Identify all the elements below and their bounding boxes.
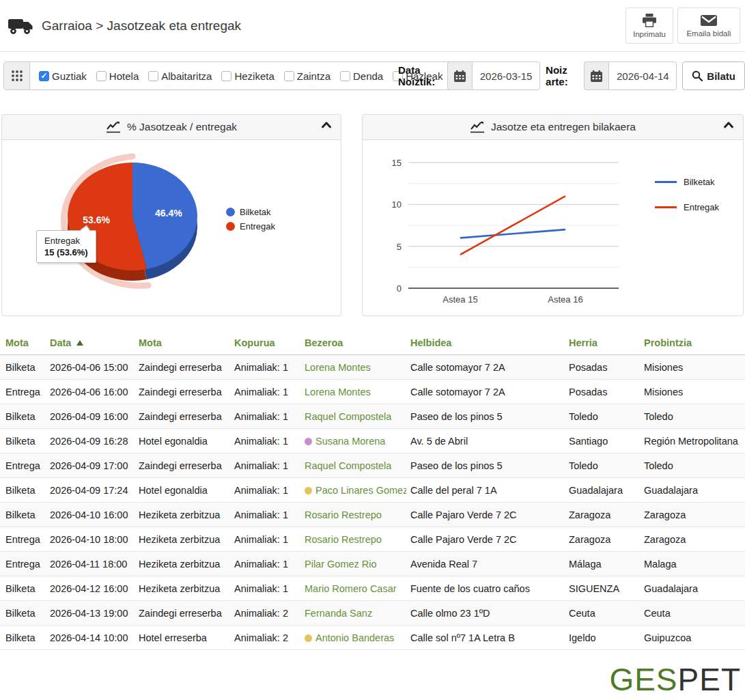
line-panel: Jasotze eta entregen bilakaera 051015Ast… (362, 114, 744, 316)
cell: Paseo de los pinos 5 (406, 404, 565, 429)
customer-status-dot (305, 438, 312, 445)
filter-checkbox-denda[interactable]: Denda (340, 70, 383, 82)
print-button[interactable]: Inprimatu (625, 8, 673, 44)
customer-link[interactable]: Lorena Montes (305, 387, 371, 397)
line-chart[interactable]: 051015Astea 15Astea 16 (363, 140, 743, 316)
cell: Toledo (565, 404, 640, 429)
cell: Animaliak: 1 (230, 527, 300, 552)
results-table-wrap: MotaDataMotaKopuruaBezeroaHelbideaHerria… (0, 333, 745, 650)
checkbox-unchecked-icon[interactable] (148, 71, 158, 81)
date-to-input[interactable] (608, 61, 677, 90)
table-row[interactable]: Entrega2026-04-09 17:00Zaindegi erreserb… (0, 453, 745, 478)
cell: Animaliak: 1 (230, 380, 300, 404)
checkbox-unchecked-icon[interactable] (340, 71, 350, 81)
cell: Bilketa (0, 355, 46, 380)
table-row[interactable]: Bilketa2026-04-06 15:00Zaindegi erreserb… (0, 355, 745, 380)
customer-cell: Paco Linares Gomez (300, 478, 406, 503)
legend-swatch (226, 222, 235, 231)
date-from-calendar-button[interactable] (447, 61, 472, 90)
cell: Hotel egonaldia (135, 478, 230, 503)
cell: Entrega (0, 552, 46, 576)
cell: Calle del peral 7 1A (406, 478, 565, 503)
customer-link[interactable]: Raquel Compostela (305, 411, 391, 422)
cell: Zaragoza (640, 503, 745, 527)
customer-link[interactable]: Rosario Restrepo (305, 509, 382, 520)
cell: Málaga (565, 552, 640, 576)
sort-asc-icon (76, 340, 83, 346)
cell: Calle Pajaro Verde 7 2C (406, 503, 565, 527)
grid-icon (11, 70, 23, 82)
cell: Heziketa zerbitzua (135, 552, 230, 576)
print-button-label: Inprimatu (633, 30, 666, 38)
chevron-up-icon[interactable] (321, 121, 332, 129)
filter-checkbox-hotela[interactable]: Hotela (96, 70, 139, 82)
column-header-helbidea-5[interactable]: Helbidea (406, 333, 565, 355)
legend-swatch (226, 208, 235, 216)
checkbox-unchecked-icon[interactable] (221, 71, 231, 81)
customer-link[interactable]: Fernanda Sanz (305, 608, 372, 619)
customer-link[interactable]: Paco Linares Gomez (315, 485, 406, 496)
checkbox-unchecked-icon[interactable] (284, 71, 294, 81)
cell: Entrega (0, 453, 46, 478)
pie-legend-item: Bilketak (226, 207, 275, 217)
table-row[interactable]: Bilketa2026-04-09 16:00Zaindegi erreserb… (0, 404, 745, 429)
table-row[interactable]: Entrega2026-04-06 16:00Zaindegi erreserb… (0, 380, 745, 404)
chevron-up-icon[interactable] (723, 121, 734, 129)
date-from-input[interactable] (472, 61, 540, 90)
customer-link[interactable]: Lorena Montes (305, 362, 371, 373)
customer-link[interactable]: Mario Romero Casar (305, 583, 397, 594)
customer-cell: Pilar Gomez Rio (300, 552, 406, 576)
column-header-bezeroa-4[interactable]: Bezeroa (300, 333, 406, 355)
filter-checkbox-label: Denda (353, 70, 383, 82)
customer-link[interactable]: Susana Morena (315, 436, 385, 447)
cell: Animaliak: 2 (230, 626, 300, 650)
checkbox-unchecked-icon[interactable] (96, 71, 107, 81)
cell: Heziketa zerbitzua (135, 527, 230, 552)
customer-link[interactable]: Pilar Gomez Rio (305, 559, 377, 570)
filter-checkbox-zaintza[interactable]: Zaintza (284, 70, 331, 82)
cell: Toledo (640, 453, 745, 478)
table-row[interactable]: Bilketa2026-04-09 16:28Hotel egonaldiaAn… (0, 429, 745, 453)
pie-chart[interactable]: 46.4%53.6% (2, 140, 341, 316)
table-row[interactable]: Bilketa2026-04-14 10:00Hotel erreserbaAn… (0, 626, 745, 650)
page: Garraioa > Jasotzeak eta entregak Inprim… (0, 0, 745, 700)
filter-checkbox-label: Heziketa (234, 70, 274, 82)
table-row[interactable]: Bilketa2026-04-09 17:24Hotel egonaldiaAn… (0, 478, 745, 503)
category-filter-group: ✓GuztiakHotelaAlbaitaritzaHeziketaZaintz… (3, 61, 452, 90)
column-header-kopurua-3[interactable]: Kopurua (230, 333, 300, 355)
date-to-calendar-button[interactable] (584, 61, 608, 90)
grid-menu-button[interactable] (4, 62, 30, 89)
svg-text:Astea 16: Astea 16 (548, 294, 582, 305)
customer-link[interactable]: Raquel Compostela (305, 460, 391, 471)
cell: Malaga (640, 552, 745, 576)
column-header-data-1[interactable]: Data (46, 333, 135, 355)
line-panel-body: 051015Astea 15Astea 16 BilketakEntregak (363, 140, 743, 316)
table-row[interactable]: Bilketa2026-04-12 16:00Heziketa zerbitzu… (0, 576, 745, 601)
cell: Posadas (565, 355, 640, 380)
customer-link[interactable]: Antonio Banderas (315, 632, 394, 643)
cell: 2026-04-11 18:00 (46, 552, 135, 576)
filter-checkbox-albaitaritza[interactable]: Albaitaritza (148, 70, 212, 82)
table-row[interactable]: Bilketa2026-04-10 16:00Heziketa zerbitzu… (0, 503, 745, 527)
search-button[interactable]: Bilatu (682, 61, 745, 90)
email-button[interactable]: Emaila bidali (677, 8, 740, 44)
svg-text:0: 0 (397, 283, 402, 294)
column-header-mota-2[interactable]: Mota (135, 333, 230, 355)
customer-link[interactable]: Rosario Restrepo (305, 534, 382, 545)
svg-text:5: 5 (397, 242, 402, 252)
table-row[interactable]: Entrega2026-04-11 18:00Heziketa zerbitzu… (0, 552, 745, 576)
pie-legend: BilketakEntregak (226, 207, 275, 232)
column-header-herria-6[interactable]: Herria (565, 333, 640, 355)
filter-checkbox-heziketa[interactable]: Heziketa (221, 70, 274, 82)
legend-label: Entregak (240, 221, 275, 232)
table-row[interactable]: Entrega2026-04-10 18:00Heziketa zerbitzu… (0, 527, 745, 552)
checkbox-checked-icon[interactable]: ✓ (39, 71, 49, 81)
filter-checkbox-guztiak[interactable]: ✓Guztiak (39, 70, 87, 82)
cell: Hotel erreserba (135, 626, 230, 650)
table-row[interactable]: Bilketa2026-04-13 19:00Zaindegi erreserb… (0, 601, 745, 626)
column-header-mota-0[interactable]: Mota (0, 333, 46, 355)
pie-panel-title: % Jasotzeak / entregak (127, 121, 237, 133)
column-header-probintzia-7[interactable]: Probintzia (640, 333, 745, 355)
cell: Región Metropolitana (640, 429, 745, 453)
cell: Calle olmo 23 1ºD (406, 601, 565, 626)
